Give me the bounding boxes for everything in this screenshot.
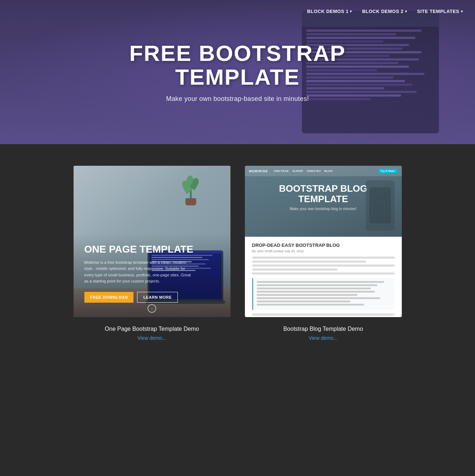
card-one-page-link[interactable]: View demo... bbox=[137, 335, 167, 341]
free-download-button[interactable]: FREE DOWNLOAD bbox=[84, 292, 134, 303]
hero-title: FREE BOOTSTRAPTEMPLATE bbox=[129, 41, 346, 88]
nav-site-templates-caret: ▾ bbox=[461, 9, 463, 13]
card-blog-byline: By John Smith posted July 30, 2016 bbox=[252, 249, 395, 253]
card-blog: MOBIRISE ONE PAGE SLIDER VIDEO BO BLOG T… bbox=[245, 166, 402, 341]
nav-site-templates[interactable]: SITE TEMPLATES ▾ bbox=[413, 6, 466, 16]
card-blog-nav-item-4: BLOG bbox=[324, 169, 333, 173]
nav-block-demos-1-caret: ▾ bbox=[350, 9, 352, 13]
card-blog-label: Bootstrap Blog Template Demo bbox=[283, 326, 363, 332]
card-blog-nav: MOBIRISE ONE PAGE SLIDER VIDEO BO BLOG T… bbox=[245, 166, 402, 176]
card-blog-quote bbox=[252, 278, 395, 310]
card-blog-nav-logo: MOBIRISE bbox=[249, 169, 268, 173]
nav-site-templates-label: SITE TEMPLATES bbox=[417, 9, 459, 14]
card-one-page-description: Mobirise is a free bootstrap template wi… bbox=[84, 259, 193, 285]
nav-block-demos-1[interactable]: BLOCK DEMOS 1 ▾ bbox=[304, 6, 356, 16]
nav-block-demos-2-caret: ▾ bbox=[405, 9, 407, 13]
scroll-down-arrow[interactable]: ↓ bbox=[148, 304, 156, 313]
card-one-page-buttons: FREE DOWNLOAD LEARN MORE bbox=[84, 292, 220, 303]
card-one-page-bg: ONE PAGE TEMPLATE Mobirise is a free boo… bbox=[74, 166, 230, 317]
card-one-page-template-title: ONE PAGE TEMPLATE bbox=[84, 244, 220, 255]
card-blog-image: MOBIRISE ONE PAGE SLIDER VIDEO BO BLOG T… bbox=[245, 166, 402, 317]
decorative-plant bbox=[180, 173, 202, 205]
card-blog-nav-cta: Try It Now! bbox=[378, 169, 397, 173]
card-blog-nav-item-1: ONE PAGE bbox=[274, 169, 289, 173]
card-blog-nav-item-3: VIDEO BO bbox=[307, 169, 321, 173]
hero-subtitle: Make your own bootstrap-based site in mi… bbox=[129, 95, 346, 103]
card-blog-preview: MOBIRISE ONE PAGE SLIDER VIDEO BO BLOG T… bbox=[245, 166, 402, 317]
cards-section: ONE PAGE TEMPLATE Mobirise is a free boo… bbox=[0, 144, 475, 370]
card-blog-para-6 bbox=[252, 313, 395, 316]
card-blog-para-2 bbox=[252, 261, 366, 263]
card-blog-top: MOBIRISE ONE PAGE SLIDER VIDEO BO BLOG T… bbox=[245, 166, 402, 237]
card-blog-para-4 bbox=[252, 268, 338, 271]
card-blog-article-title: DROP-DEAD EASY BOOTSTRAP BLOG bbox=[252, 243, 395, 248]
card-one-page-label: One Page Bootstrap Template Demo bbox=[105, 326, 199, 332]
card-blog-nav-item-2: SLIDER bbox=[293, 169, 303, 173]
card-one-page-image: ONE PAGE TEMPLATE Mobirise is a free boo… bbox=[74, 166, 230, 317]
card-blog-para-3 bbox=[252, 264, 395, 267]
card-blog-article-preview: DROP-DEAD EASY BOOTSTRAP BLOG By John Sm… bbox=[245, 237, 402, 317]
nav-block-demos-1-label: BLOCK DEMOS 1 bbox=[307, 9, 349, 14]
card-one-page: ONE PAGE TEMPLATE Mobirise is a free boo… bbox=[74, 166, 230, 341]
card-blog-para-5 bbox=[252, 272, 395, 275]
card-blog-link[interactable]: View demo... bbox=[309, 335, 338, 341]
nav-block-demos-2-label: BLOCK DEMOS 2 bbox=[362, 9, 404, 14]
nav-block-demos-2[interactable]: BLOCK DEMOS 2 ▾ bbox=[359, 6, 410, 16]
learn-more-button[interactable]: LEARN MORE bbox=[137, 292, 178, 303]
card-blog-para-1 bbox=[252, 257, 395, 259]
hero-content: FREE BOOTSTRAPTEMPLATE Make your own boo… bbox=[122, 41, 353, 102]
main-nav: BLOCK DEMOS 1 ▾ BLOCK DEMOS 2 ▾ SITE TEM… bbox=[295, 0, 475, 23]
